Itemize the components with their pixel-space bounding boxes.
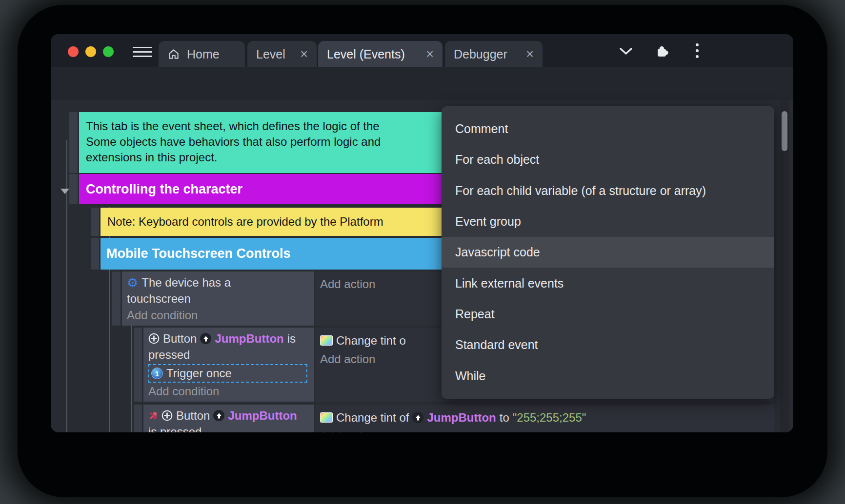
condition-cell-device[interactable]: ⚙ The device has a touchscreen Add condi… [122, 271, 314, 326]
menu-item-for-each-child-variable[interactable]: For each child variable (of a structure … [442, 175, 774, 206]
menu-item-repeat[interactable]: Repeat [442, 299, 774, 330]
condition-text: is pressed [148, 424, 309, 432]
gamepad-icon [161, 410, 173, 421]
jumpbutton-object-icon [200, 333, 211, 344]
action-cell-jumpbutton-2[interactable]: Change tint of JumpButton to "255;255;25… [315, 405, 774, 432]
collapse-arrow-icon[interactable] [60, 189, 69, 194]
invert-condition-icon [148, 411, 158, 421]
tab-label: Level (Events) [327, 47, 419, 61]
tab-home[interactable]: Home [159, 41, 245, 67]
condition-text: The device has a [141, 274, 231, 291]
condition-cell-jumpbutton-1[interactable]: Button JumpButton is pressed 1 Trigger o… [143, 328, 314, 402]
chevron-down-icon[interactable] [620, 48, 632, 55]
tab-level-events[interactable]: Level (Events) × [318, 41, 443, 67]
kebab-menu-icon[interactable] [696, 43, 699, 58]
menu-item-while[interactable]: While [442, 360, 774, 391]
gamepad-icon [148, 333, 160, 344]
action-value: "255;255;255" [513, 409, 586, 426]
home-icon [167, 48, 180, 60]
event-margin-bar [91, 208, 99, 236]
trigger-once-condition-selected[interactable]: 1 Trigger once [148, 364, 307, 383]
maximize-window-button[interactable] [103, 46, 114, 57]
condition-text: touchscreen [127, 291, 309, 307]
action-text: Change tint o [336, 332, 406, 349]
object-name: JumpButton [228, 407, 297, 424]
jumpbutton-object-icon [412, 412, 423, 423]
menu-item-javascript-code[interactable]: Javascript code [442, 237, 774, 268]
tint-color-icon [320, 335, 333, 346]
system-gear-icon: ⚙ [127, 276, 138, 289]
scrollbar-thumb[interactable] [782, 111, 787, 151]
tab-label: Home [187, 47, 236, 61]
tab-level[interactable]: Level × [247, 41, 317, 67]
main-menu-button[interactable] [133, 47, 152, 58]
action-text: Change tint of [336, 409, 409, 426]
close-window-button[interactable] [68, 46, 79, 57]
add-event-context-menu: Comment For each object For each child v… [442, 106, 774, 399]
scrollbar-track[interactable] [780, 100, 789, 432]
event-margin-bar [69, 112, 78, 173]
object-name: JumpButton [215, 330, 283, 347]
event-margin-bar [69, 174, 78, 204]
tree-line [66, 140, 67, 432]
minimize-window-button[interactable] [85, 46, 96, 57]
add-action-link[interactable]: Add action [320, 428, 769, 432]
menu-item-link-external-events[interactable]: Link external events [442, 268, 774, 298]
condition-text: pressed [148, 347, 309, 363]
condition-text: Button [163, 330, 197, 347]
jumpbutton-object-icon [213, 410, 224, 421]
add-condition-link[interactable]: Add condition [148, 384, 309, 399]
add-condition-link[interactable]: Add condition [127, 308, 309, 323]
menu-item-for-each-object[interactable]: For each object [442, 144, 774, 175]
event-margin-bar [134, 405, 142, 432]
object-name: JumpButton [427, 409, 496, 426]
titlebar: Home Level × Level (Events) × Debugger × [51, 34, 793, 67]
menu-item-standard-event[interactable]: Standard event [442, 330, 774, 360]
trigger-once-icon: 1 [151, 368, 163, 379]
event-margin-bar [134, 328, 142, 402]
condition-text: Trigger once [166, 367, 232, 380]
addons-puzzle-icon[interactable] [656, 44, 669, 57]
tab-label: Level [256, 47, 293, 61]
action-text: to [500, 409, 509, 426]
close-icon[interactable]: × [426, 48, 434, 61]
toolbar: Preview Publish [51, 67, 793, 100]
close-icon[interactable]: × [300, 48, 308, 61]
tab-debugger[interactable]: Debugger × [445, 41, 543, 67]
app-window: Home Level × Level (Events) × Debugger × [51, 34, 793, 432]
condition-text: Button [176, 407, 210, 424]
tab-label: Debugger [454, 47, 519, 61]
condition-text: is [287, 330, 296, 347]
event-margin-bar [112, 271, 121, 326]
event-margin-bar [91, 238, 99, 270]
tint-color-icon [320, 412, 333, 423]
menu-item-event-group[interactable]: Event group [442, 206, 774, 237]
condition-cell-jumpbutton-2[interactable]: Button JumpButton is pressed [143, 405, 314, 432]
menu-item-comment[interactable]: Comment [442, 114, 774, 144]
close-icon[interactable]: × [526, 48, 534, 61]
